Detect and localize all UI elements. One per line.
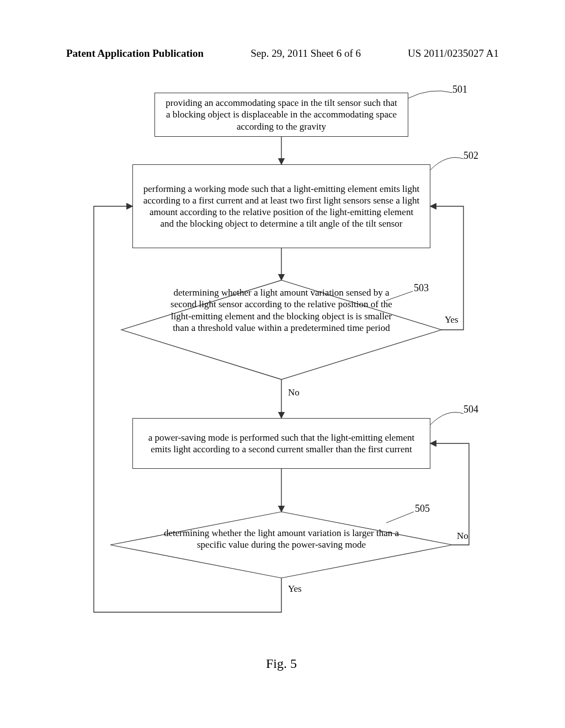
edge-505-no: No <box>457 531 468 542</box>
edge-503-no: No <box>288 387 300 398</box>
page: Patent Application Publication Sep. 29, … <box>0 0 565 728</box>
label-504: 504 <box>463 404 478 415</box>
step-502: performing a working mode such that a li… <box>132 164 430 248</box>
flowchart: providing an accommodating space in the … <box>77 83 486 678</box>
decision-505-text: determining whether the light amount var… <box>149 527 414 551</box>
figure-caption: Fig. 5 <box>77 656 486 671</box>
step-502-text: performing a working mode such that a li… <box>143 183 420 230</box>
edge-505-yes: Yes <box>288 584 302 595</box>
page-header: Patent Application Publication Sep. 29, … <box>0 47 565 60</box>
header-left: Patent Application Publication <box>66 47 204 60</box>
header-right: US 2011/0235027 A1 <box>408 47 499 60</box>
decision-503-text: determining whether a light amount varia… <box>166 287 397 334</box>
edge-503-yes: Yes <box>445 314 459 325</box>
step-501: providing an accommodating space in the … <box>154 93 408 137</box>
label-501: 501 <box>452 84 467 95</box>
step-501-text: providing an accommodating space in the … <box>165 97 398 132</box>
label-505: 505 <box>415 503 430 515</box>
label-502: 502 <box>463 150 478 162</box>
label-503: 503 <box>414 282 429 294</box>
step-504-text: a power-saving mode is performed such th… <box>143 432 420 456</box>
header-center: Sep. 29, 2011 Sheet 6 of 6 <box>250 47 361 60</box>
step-504: a power-saving mode is performed such th… <box>132 418 430 469</box>
